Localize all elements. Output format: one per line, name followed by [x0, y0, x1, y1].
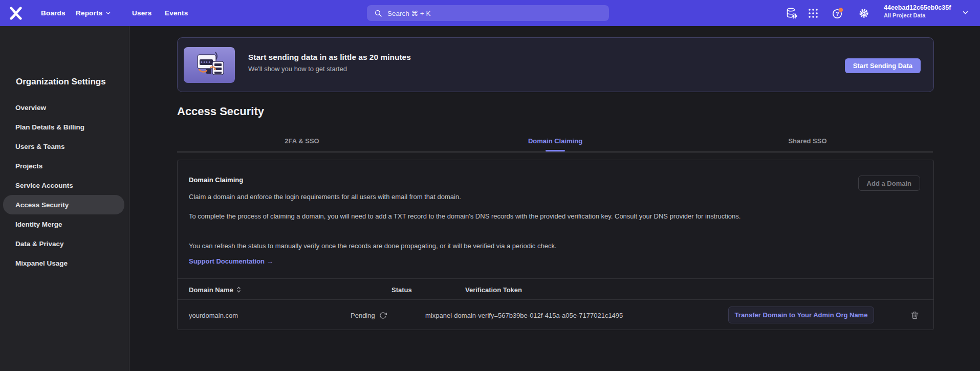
tabs-divider [177, 151, 933, 152]
project-id: 44eebad12c65eb0c35f [884, 4, 951, 12]
nav-item-reports[interactable]: Reports [76, 0, 111, 26]
tab-shared-sso[interactable]: Shared SSO [751, 137, 864, 145]
page-title: Access Security [177, 105, 264, 118]
add-domain-button[interactable]: Add a Domain [858, 176, 920, 191]
start-sending-data-button[interactable]: Start Sending Data [845, 58, 921, 73]
sidebar-item-service-accounts[interactable]: Service Accounts [0, 176, 129, 195]
nav-item-users[interactable]: Users [132, 0, 152, 26]
apps-grid-icon[interactable] [807, 7, 820, 20]
sidebar-item-overview[interactable]: Overview [0, 98, 129, 117]
refresh-note-text: You can refresh the status to manually v… [189, 241, 557, 251]
txt-record-instructions-text: To complete the process of claiming a do… [189, 211, 741, 221]
settings-gear-icon[interactable] [857, 7, 870, 20]
section-title: Domain Claiming [189, 176, 243, 184]
column-header-verification-token: Verification Token [465, 279, 522, 300]
sidebar-item-projects[interactable]: Projects [0, 156, 129, 176]
tab-2fa-sso[interactable]: 2FA & SSO [246, 137, 358, 145]
domain-claiming-card: Domain Claiming Claim a domain and enfor… [177, 160, 934, 330]
project-chevron-down-icon[interactable] [962, 9, 969, 16]
status-cell: Pending [351, 300, 387, 331]
domain-name-header-label: Domain Name [189, 286, 233, 294]
nav-item-events[interactable]: Events [165, 0, 188, 26]
project-selector[interactable]: 44eebad12c65eb0c35f All Project Data [884, 4, 951, 19]
status-badge: Pending [351, 312, 375, 319]
search-placeholder: Search ⌘ + K [387, 9, 430, 17]
data-management-icon[interactable] [785, 7, 798, 20]
verification-token-cell: mixpanel-domain-verify=567b39be-012f-415… [425, 300, 623, 331]
refresh-status-icon[interactable] [379, 312, 387, 319]
sidebar-item-users-teams[interactable]: Users & Teams [0, 137, 129, 156]
nav-item-boards[interactable]: Boards [41, 0, 66, 26]
devices-illustration [184, 47, 235, 83]
search-icon [374, 9, 382, 17]
transfer-domain-button[interactable]: Transfer Domain to Your Admin Org Name [728, 307, 874, 323]
domain-name-cell: yourdomain.com [189, 300, 238, 331]
help-icon[interactable]: ? [831, 7, 844, 20]
sidebar-title: Organization Settings [16, 77, 106, 87]
sidebar-item-identity-merge[interactable]: Identity Merge [0, 214, 129, 234]
nav-item-reports-label: Reports [76, 9, 102, 17]
tab-domain-claiming[interactable]: Domain Claiming [499, 137, 612, 145]
nav-item-events-label: Events [165, 9, 188, 17]
claim-description-text: Claim a domain and enforce the login req… [189, 192, 461, 202]
sidebar-item-data-privacy[interactable]: Data & Privacy [0, 234, 129, 253]
org-settings-sidebar: Organization Settings Overview Plan Deta… [0, 26, 129, 371]
top-nav-bar: Boards Reports Users Events Search ⌘ + K [0, 0, 980, 26]
nav-item-boards-label: Boards [41, 9, 66, 17]
banner-title: Start sending data in as little as 20 mi… [248, 53, 411, 62]
domains-table-header: Domain Name Status Verification Token [178, 278, 933, 300]
mixpanel-logo-icon[interactable] [9, 7, 23, 20]
column-header-domain-name[interactable]: Domain Name [189, 279, 241, 300]
column-header-status: Status [391, 279, 412, 300]
nav-item-users-label: Users [132, 9, 152, 17]
search-input[interactable]: Search ⌘ + K [367, 5, 609, 21]
sidebar-item-access-security[interactable]: Access Security [3, 195, 124, 214]
sidebar-item-mixpanel-usage[interactable]: Mixpanel Usage [0, 253, 129, 273]
notification-dot [839, 8, 843, 12]
delete-domain-trash-icon[interactable] [910, 311, 919, 320]
table-row: yourdomain.com Pending mixpanel-domain-v… [178, 300, 933, 331]
sidebar-nav-list: Overview Plan Details & Billing Users & … [0, 98, 129, 273]
onboarding-banner: Start sending data in as little as 20 mi… [177, 37, 934, 92]
support-documentation-link[interactable]: Support Documentation → [189, 257, 273, 265]
chevron-down-icon [105, 10, 111, 16]
sidebar-item-plan-details-billing[interactable]: Plan Details & Billing [0, 117, 129, 137]
sort-icon [236, 286, 241, 293]
project-scope: All Project Data [884, 12, 951, 19]
mixpanel-org-settings-screen: Boards Reports Users Events Search ⌘ + K [0, 0, 980, 371]
svg-text:?: ? [836, 11, 839, 17]
banner-subtitle: We'll show you how to get started [248, 65, 347, 73]
